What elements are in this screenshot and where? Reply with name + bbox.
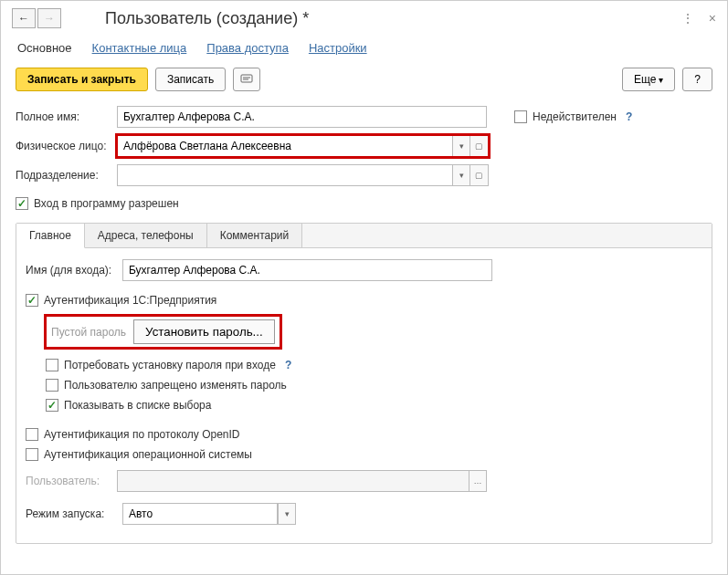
- fullname-input[interactable]: [117, 106, 487, 128]
- save-button[interactable]: Записать: [155, 68, 226, 91]
- show-in-list-checkbox[interactable]: [46, 399, 58, 412]
- auth-openid-label: Аутентификация по протоколу OpenID: [44, 428, 240, 441]
- tab-main-section[interactable]: Основное: [17, 41, 72, 55]
- auth-os-label: Аутентификация операционной системы: [44, 448, 252, 461]
- person-open-button[interactable]: ▢: [470, 135, 489, 157]
- tab-contacts-section[interactable]: Контактные лица: [92, 41, 187, 55]
- nav-forward-button[interactable]: →: [37, 8, 61, 28]
- os-user-label: Пользователь:: [26, 475, 117, 487]
- show-in-list-label: Показывать в списке выбора: [64, 399, 211, 412]
- launch-mode-dropdown-button[interactable]: ▾: [278, 503, 296, 525]
- require-password-help-icon[interactable]: ?: [285, 359, 291, 371]
- launch-mode-label: Режим запуска:: [26, 507, 117, 520]
- auth-1c-label: Аутентификация 1С:Предприятия: [44, 294, 216, 307]
- form-area: Полное имя: Недействителен ? Физическое …: [1, 102, 727, 217]
- discuss-button[interactable]: [233, 68, 260, 91]
- loginname-input[interactable]: [122, 259, 492, 281]
- help-button[interactable]: ?: [682, 68, 712, 91]
- require-password-label: Потребовать установку пароля при входе: [64, 359, 276, 371]
- person-dropdown-button[interactable]: ▾: [452, 135, 470, 157]
- os-user-input: [117, 470, 469, 492]
- tab-settings-section[interactable]: Настройки: [309, 41, 367, 55]
- inactive-checkbox[interactable]: [514, 110, 527, 123]
- close-icon[interactable]: ×: [709, 11, 716, 26]
- section-tabs: Основное Контактные лица Права доступа Н…: [1, 36, 727, 64]
- os-user-select-button[interactable]: …: [469, 470, 487, 492]
- login-allowed-label: Вход в программу разрешен: [34, 197, 179, 210]
- tab-rights-section[interactable]: Права доступа: [206, 41, 289, 55]
- person-input-group: ▾ ▢: [117, 135, 489, 157]
- empty-password-label: Пустой пароль: [51, 326, 126, 339]
- chat-icon: [240, 73, 253, 86]
- inactive-help-icon[interactable]: ?: [626, 110, 632, 123]
- toolbar: Записать и закрыть Записать Еще ?: [1, 64, 727, 102]
- nav-back-button[interactable]: ←: [12, 8, 36, 28]
- tab-main[interactable]: Главное: [16, 224, 85, 248]
- inactive-label: Недействителен: [533, 110, 617, 123]
- tab-comment[interactable]: Комментарий: [207, 224, 303, 247]
- person-input[interactable]: [117, 135, 452, 157]
- auth-openid-checkbox[interactable]: [26, 428, 38, 441]
- menu-icon[interactable]: ⋮: [681, 11, 694, 26]
- auth-os-checkbox[interactable]: [26, 448, 38, 461]
- deny-change-label: Пользователю запрещено изменять пароль: [64, 379, 287, 392]
- nav-buttons: ← →: [12, 8, 61, 28]
- svg-rect-0: [241, 75, 252, 82]
- person-label: Физическое лицо:: [16, 140, 111, 152]
- titlebar: ← → Пользователь (создание) * ⋮ ×: [1, 1, 727, 36]
- more-button[interactable]: Еще: [622, 68, 675, 91]
- login-allowed-checkbox[interactable]: [16, 197, 28, 210]
- tab-addresses[interactable]: Адреса, телефоны: [85, 224, 207, 247]
- window-title: Пользователь (создание) *: [105, 9, 674, 28]
- deny-change-checkbox[interactable]: [46, 379, 58, 392]
- auth-1c-checkbox[interactable]: [26, 294, 38, 307]
- department-open-button[interactable]: ▢: [470, 164, 489, 186]
- department-input-group: ▾ ▢: [117, 164, 489, 186]
- require-password-checkbox[interactable]: [46, 359, 58, 371]
- department-input[interactable]: [117, 164, 452, 186]
- department-label: Подразделение:: [16, 169, 111, 182]
- fullname-label: Полное имя:: [16, 110, 111, 123]
- details-tabs: Главное Адреса, телефоны Комментарий: [16, 224, 712, 248]
- department-dropdown-button[interactable]: ▾: [452, 164, 470, 186]
- set-password-button[interactable]: Установить пароль...: [133, 319, 275, 344]
- save-close-button[interactable]: Записать и закрыть: [16, 68, 148, 91]
- window: ← → Пользователь (создание) * ⋮ × Основн…: [0, 0, 728, 575]
- details-panel: Главное Адреса, телефоны Комментарий Имя…: [16, 223, 712, 544]
- launch-mode-select[interactable]: [122, 503, 278, 525]
- loginname-label: Имя (для входа):: [26, 264, 117, 277]
